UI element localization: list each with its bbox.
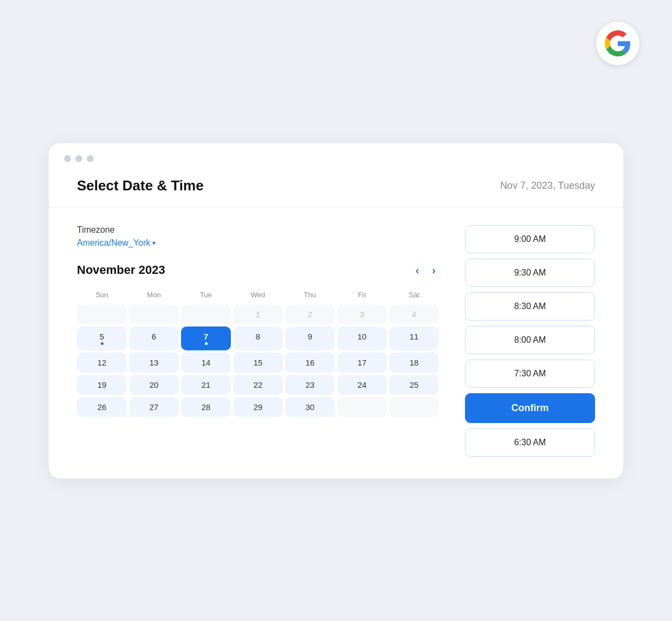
- calendar-grid: Sun Mon Tue Wed Thu Fri Sat 1 2 3 4: [77, 287, 439, 417]
- calendar-section: Timezone America/New_York ▾ November 202…: [77, 225, 439, 457]
- google-logo: [596, 22, 639, 65]
- nav-arrows: ‹ ›: [412, 263, 439, 278]
- calendar-week-4: 19 20 21 22 23 24 25: [77, 375, 439, 395]
- day-header-sat: Sat: [389, 287, 439, 302]
- day-header-mon: Mon: [129, 287, 179, 302]
- page-title: Select Date & Time: [77, 177, 204, 194]
- cal-day-empty: [77, 304, 127, 324]
- calendar-day-headers: Sun Mon Tue Wed Thu Fri Sat: [77, 287, 439, 302]
- cal-day-6[interactable]: 6: [129, 326, 179, 350]
- next-month-button[interactable]: ›: [429, 263, 439, 278]
- cal-day-14[interactable]: 14: [181, 353, 231, 373]
- timezone-label: Timezone: [77, 225, 439, 235]
- cal-day-empty: [129, 304, 179, 324]
- cal-day-23[interactable]: 23: [285, 375, 335, 395]
- cal-day-29[interactable]: 29: [233, 397, 283, 417]
- day-header-fri: Fri: [337, 287, 387, 302]
- main-card: Select Date & Time Nov 7, 2023, Tuesday …: [49, 143, 623, 478]
- cal-day-24[interactable]: 24: [337, 375, 387, 395]
- cal-day-8[interactable]: 8: [233, 326, 283, 350]
- cal-day-12[interactable]: 12: [77, 353, 127, 373]
- cal-day-4: 4: [389, 304, 439, 324]
- time-slot-930am[interactable]: 9:30 AM: [465, 259, 595, 287]
- time-slot-830am[interactable]: 8:30 AM: [465, 292, 595, 321]
- cal-day-22[interactable]: 22: [233, 375, 283, 395]
- window-controls: [49, 143, 623, 162]
- day-header-thu: Thu: [285, 287, 335, 302]
- cal-day-1: 1: [233, 304, 283, 324]
- cal-day-19[interactable]: 19: [77, 375, 127, 395]
- cal-day-7[interactable]: 7: [181, 326, 231, 350]
- timezone-selector[interactable]: America/New_York ▾: [77, 238, 439, 248]
- prev-month-button[interactable]: ‹: [412, 263, 423, 278]
- cal-day-17[interactable]: 17: [337, 353, 387, 373]
- cal-day-28[interactable]: 28: [181, 397, 231, 417]
- cal-day-21[interactable]: 21: [181, 375, 231, 395]
- calendar-week-5: 26 27 28 29 30: [77, 397, 439, 417]
- cal-day-5[interactable]: 5: [77, 326, 127, 350]
- calendar-week-3: 12 13 14 15 16 17 18: [77, 353, 439, 373]
- cal-day-9[interactable]: 9: [285, 326, 335, 350]
- cal-day-25[interactable]: 25: [389, 375, 439, 395]
- time-slot-900am[interactable]: 9:00 AM: [465, 225, 595, 253]
- cal-day-27[interactable]: 27: [129, 397, 179, 417]
- cal-day-26[interactable]: 26: [77, 397, 127, 417]
- calendar-week-2: 5 6 7 8 9 10 11: [77, 326, 439, 350]
- cal-day-empty: [337, 397, 387, 417]
- cal-day-empty: [181, 304, 231, 324]
- time-slot-800am[interactable]: 8:00 AM: [465, 326, 595, 354]
- cal-day-18[interactable]: 18: [389, 353, 439, 373]
- timezone-value: America/New_York: [77, 238, 150, 248]
- cal-day-13[interactable]: 13: [129, 353, 179, 373]
- day-header-sun: Sun: [77, 287, 127, 302]
- card-header: Select Date & Time Nov 7, 2023, Tuesday: [49, 162, 623, 208]
- time-slot-730am[interactable]: 7:30 AM: [465, 360, 595, 388]
- day-header-wed: Wed: [233, 287, 283, 302]
- calendar-week-1: 1 2 3 4: [77, 304, 439, 324]
- month-nav: November 2023 ‹ ›: [77, 263, 439, 278]
- google-g-icon: [605, 30, 631, 56]
- selected-date-display: Nov 7, 2023, Tuesday: [500, 180, 595, 191]
- cal-day-15[interactable]: 15: [233, 353, 283, 373]
- month-title: November 2023: [77, 263, 165, 277]
- cal-day-16[interactable]: 16: [285, 353, 335, 373]
- window-dot-2: [75, 155, 82, 162]
- day-header-tue: Tue: [181, 287, 231, 302]
- window-dot-3: [87, 155, 94, 162]
- cal-day-30[interactable]: 30: [285, 397, 335, 417]
- time-slot-630am[interactable]: 6:30 AM: [465, 428, 595, 457]
- cal-day-20[interactable]: 20: [129, 375, 179, 395]
- cal-day-empty: [389, 397, 439, 417]
- confirm-button[interactable]: Confirm: [465, 393, 595, 423]
- window-dot-1: [64, 155, 71, 162]
- time-section: 9:00 AM 9:30 AM 8:30 AM 8:00 AM 7:30 AM …: [465, 225, 595, 457]
- cal-day-2: 2: [285, 304, 335, 324]
- cal-day-10[interactable]: 10: [337, 326, 387, 350]
- card-body: Timezone America/New_York ▾ November 202…: [49, 208, 623, 457]
- cal-day-3: 3: [337, 304, 387, 324]
- chevron-down-icon: ▾: [152, 239, 156, 247]
- cal-day-11[interactable]: 11: [389, 326, 439, 350]
